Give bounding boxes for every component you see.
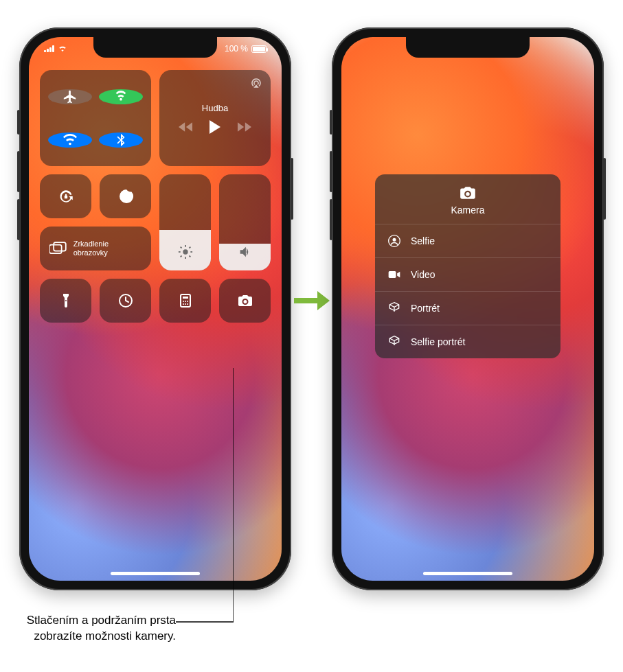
camera-icon	[459, 185, 477, 200]
notch	[406, 37, 530, 58]
svg-point-14	[183, 301, 184, 302]
play-icon[interactable]	[209, 120, 221, 134]
video-icon	[387, 268, 401, 281]
cellular-data-button[interactable]	[99, 89, 143, 104]
camera-action-label: Selfie	[411, 235, 435, 246]
rewind-icon[interactable]	[179, 121, 192, 132]
svg-line-7	[180, 247, 181, 248]
transition-arrow-icon	[294, 287, 330, 314]
camera-action-portrait[interactable]: Portrét	[375, 291, 560, 325]
brightness-slider[interactable]	[159, 174, 211, 270]
svg-point-16	[187, 301, 188, 302]
camera-action-label: Video	[411, 269, 435, 280]
do-not-disturb-button[interactable]	[100, 174, 151, 218]
cellular-signal-icon	[44, 45, 54, 52]
svg-rect-22	[389, 271, 396, 278]
camera-menu-title: Kamera	[375, 205, 560, 216]
svg-line-9	[180, 256, 181, 257]
camera-quick-actions-menu: Kamera Selfie Video Portrét Selfie portr…	[375, 174, 560, 358]
brightness-icon	[178, 244, 193, 262]
media-title: Hudba	[202, 103, 228, 113]
airplane-mode-button[interactable]	[48, 89, 92, 104]
selfie-portrait-icon	[387, 335, 401, 349]
selfie-icon	[387, 234, 401, 248]
camera-action-label: Selfie portrét	[411, 336, 465, 347]
wifi-button[interactable]	[48, 132, 92, 148]
camera-action-label: Portrét	[411, 303, 440, 314]
svg-rect-13	[183, 297, 188, 299]
screen-left: 100 %	[29, 37, 282, 581]
svg-point-17	[183, 303, 184, 305]
screen-mirroring-label: Zrkadlenie obrazovky	[73, 240, 141, 257]
bluetooth-button[interactable]	[99, 132, 143, 148]
svg-point-15	[185, 301, 186, 302]
svg-line-10	[189, 247, 190, 248]
phone-right: Kamera Selfie Video Portrét Selfie portr…	[332, 27, 604, 590]
wifi-status-icon	[58, 45, 67, 52]
camera-button[interactable]	[219, 279, 271, 323]
camera-action-selfie-portrait[interactable]: Selfie portrét	[375, 325, 560, 358]
calculator-button[interactable]	[159, 279, 211, 323]
camera-action-selfie[interactable]: Selfie	[375, 224, 560, 257]
svg-rect-0	[49, 245, 62, 253]
svg-point-18	[185, 303, 186, 305]
home-indicator[interactable]	[423, 572, 512, 575]
portrait-icon	[387, 301, 401, 315]
battery-icon	[251, 45, 267, 53]
svg-point-21	[393, 238, 396, 242]
svg-point-2	[183, 249, 188, 254]
camera-menu-header: Kamera	[375, 174, 560, 224]
svg-point-19	[187, 303, 188, 305]
timer-button[interactable]	[100, 279, 151, 323]
home-indicator[interactable]	[111, 572, 200, 575]
control-center: Hudba Zrkadlenie obrazovky	[40, 70, 271, 323]
notch	[93, 37, 217, 58]
screen-right: Kamera Selfie Video Portrét Selfie portr…	[341, 37, 594, 581]
airplay-icon	[250, 77, 262, 89]
volume-icon	[238, 244, 253, 262]
forward-icon[interactable]	[238, 121, 251, 132]
volume-slider[interactable]	[219, 174, 271, 270]
orientation-lock-button[interactable]	[40, 174, 91, 218]
svg-line-8	[189, 256, 190, 257]
screen-mirroring-button[interactable]: Zrkadlenie obrazovky	[40, 227, 151, 270]
battery-percent: 100 %	[225, 44, 248, 54]
connectivity-group[interactable]	[40, 70, 151, 166]
camera-action-video[interactable]: Video	[375, 257, 560, 291]
media-controls[interactable]: Hudba	[159, 70, 271, 166]
flashlight-button[interactable]	[40, 279, 91, 323]
phone-left: 100 %	[19, 27, 291, 590]
svg-rect-1	[54, 242, 66, 251]
callout-text: Stlačením a podržaním prsta zobrazíte mo…	[18, 613, 176, 645]
